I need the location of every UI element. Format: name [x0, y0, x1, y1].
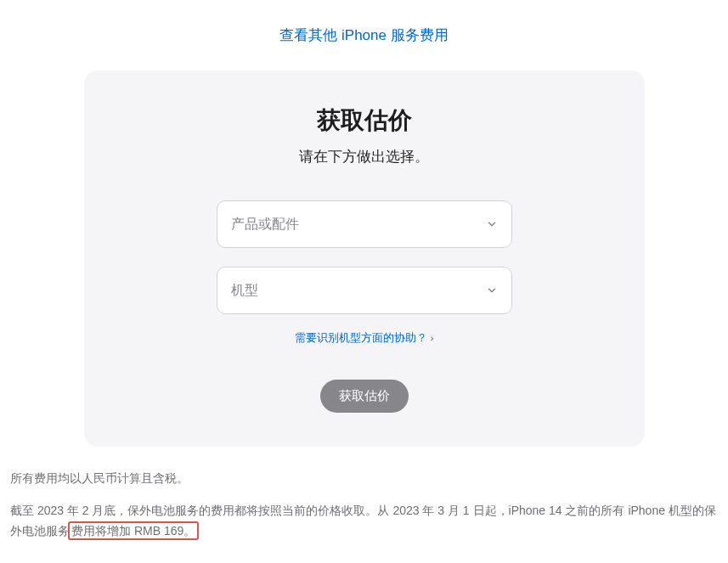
model-select-placeholder: 机型 — [231, 282, 258, 300]
footer-line-2: 截至 2023 年 2 月底，保外电池服务的费用都将按照当前的价格收取。从 20… — [10, 501, 718, 542]
card-subtitle: 请在下方做出选择。 — [127, 147, 602, 166]
chevron-down-icon — [486, 218, 498, 230]
footer-notes: 所有费用均以人民币计算且含税。 截至 2023 年 2 月底，保外电池服务的费用… — [0, 447, 728, 541]
other-services-link-container: 查看其他 iPhone 服务费用 — [0, 0, 728, 62]
footer-line-1: 所有费用均以人民币计算且含税。 — [10, 469, 718, 489]
model-select[interactable]: 机型 — [217, 267, 512, 314]
chevron-down-icon — [486, 284, 498, 296]
other-services-link[interactable]: 查看其他 iPhone 服务费用 — [279, 27, 448, 43]
chevron-right-icon: › — [431, 333, 434, 343]
help-link-container: 需要识别机型方面的协助？› — [127, 329, 602, 346]
identify-model-help-link[interactable]: 需要识别机型方面的协助？› — [295, 331, 434, 344]
price-increase-highlight: 费用将增加 RMB 169。 — [68, 521, 199, 540]
model-select-wrap: 机型 — [217, 267, 512, 314]
estimate-card: 获取估价 请在下方做出选择。 产品或配件 机型 需要识别机型方面的协助？› 获取… — [84, 70, 645, 447]
get-estimate-button[interactable]: 获取估价 — [320, 380, 409, 413]
help-link-label: 需要识别机型方面的协助？ — [295, 331, 427, 344]
product-select-placeholder: 产品或配件 — [231, 216, 299, 234]
product-select[interactable]: 产品或配件 — [217, 200, 512, 248]
card-title: 获取估价 — [127, 104, 602, 137]
product-select-wrap: 产品或配件 — [217, 200, 512, 248]
